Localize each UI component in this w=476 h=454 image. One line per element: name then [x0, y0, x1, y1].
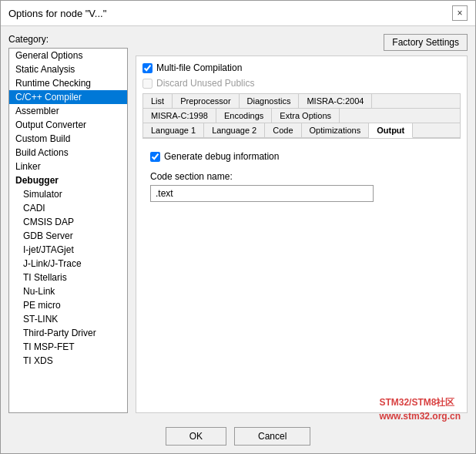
category-item-cadi[interactable]: CADI	[9, 201, 127, 215]
category-item-static-analysis[interactable]: Static Analysis	[9, 62, 127, 76]
tab-misra-c-2004[interactable]: MISRA-C:2004	[299, 94, 372, 108]
tab-language-1[interactable]: Language 1	[143, 123, 204, 137]
category-item-build-actions[interactable]: Build Actions	[9, 146, 127, 160]
category-item-cmsis-dap[interactable]: CMSIS DAP	[9, 215, 127, 229]
tab-extra-options[interactable]: Extra Options	[272, 109, 340, 123]
tab-optimizations[interactable]: Optimizations	[302, 123, 370, 137]
tab-misra-c-1998[interactable]: MISRA-C:1998	[143, 109, 216, 123]
generate-debug-row: Generate debug information	[150, 151, 453, 162]
right-panel: Factory Settings Multi-file Compilation …	[136, 34, 468, 413]
category-item-simulator[interactable]: Simulator	[9, 187, 127, 201]
options-area: Multi-file Compilation Discard Unused Pu…	[136, 55, 468, 413]
category-panel: Category: General OptionsStatic Analysis…	[8, 34, 128, 413]
dialog-footer: OK Cancel	[1, 421, 475, 453]
category-item-output-converter[interactable]: Output Converter	[9, 118, 127, 132]
tab-code[interactable]: Code	[265, 123, 301, 137]
tab-encodings[interactable]: Encodings	[216, 109, 272, 123]
tab-diagnostics[interactable]: Diagnostics	[240, 94, 300, 108]
category-item-general-options[interactable]: General Options	[9, 49, 127, 62]
discard-unused-publics-checkbox[interactable]	[142, 79, 153, 89]
tabs-row-3: Language 1Language 2CodeOptimizationsOut…	[143, 123, 460, 138]
category-item-pe-micro[interactable]: PE micro	[9, 298, 127, 312]
category-item-runtime-checking[interactable]: Runtime Checking	[9, 76, 127, 90]
category-list: General OptionsStatic AnalysisRuntime Ch…	[8, 48, 128, 413]
tab-list[interactable]: List	[143, 94, 173, 108]
discard-unused-publics-label: Discard Unused Publics	[156, 78, 254, 89]
title-bar: Options for node "V..." ×	[1, 1, 475, 26]
factory-btn-row: Factory Settings	[136, 34, 468, 51]
tabs-row-1: ListPreprocessorDiagnosticsMISRA-C:2004	[143, 94, 460, 109]
factory-settings-button[interactable]: Factory Settings	[384, 34, 468, 51]
category-item-ti-stellaris[interactable]: TI Stellaris	[9, 271, 127, 284]
category-item-ti-xds[interactable]: TI XDS	[9, 354, 127, 368]
generate-debug-checkbox[interactable]	[150, 152, 160, 162]
generate-debug-label: Generate debug information	[164, 151, 279, 162]
category-item-assembler[interactable]: Assembler	[9, 104, 127, 118]
discard-unused-publics-row: Discard Unused Publics	[142, 78, 461, 89]
category-item-nu-link[interactable]: Nu-Link	[9, 284, 127, 298]
category-item-ti-msp-fet[interactable]: TI MSP-FET	[9, 340, 127, 354]
tab-output[interactable]: Output	[369, 123, 413, 138]
tabs-container: ListPreprocessorDiagnosticsMISRA-C:2004 …	[142, 93, 461, 139]
multi-file-compilation-row: Multi-file Compilation	[142, 62, 461, 73]
tabs-row-2: MISRA-C:1998EncodingsExtra Options	[143, 109, 460, 123]
category-item-c-cpp-compiler[interactable]: C/C++ Compiler	[9, 90, 127, 104]
tab-preprocessor[interactable]: Preprocessor	[173, 94, 239, 108]
multi-file-compilation-checkbox[interactable]	[142, 63, 153, 73]
category-item-j-link-j-trace[interactable]: J-Link/J-Trace	[9, 257, 127, 271]
close-button[interactable]: ×	[452, 5, 468, 21]
category-item-linker[interactable]: Linker	[9, 160, 127, 173]
category-label: Category:	[8, 34, 128, 45]
tab-language-2[interactable]: Language 2	[204, 123, 265, 137]
code-section-name-input[interactable]	[150, 185, 374, 202]
category-item-gdb-server[interactable]: GDB Server	[9, 229, 127, 243]
code-section-name-label: Code section name:	[150, 171, 453, 182]
category-item-debugger[interactable]: Debugger	[9, 173, 127, 187]
ok-button[interactable]: OK	[166, 427, 226, 446]
multi-file-compilation-label: Multi-file Compilation	[156, 62, 242, 73]
category-item-custom-build[interactable]: Custom Build	[9, 132, 127, 146]
dialog-title: Options for node "V..."	[8, 8, 106, 19]
category-item-st-link[interactable]: ST-LINK	[9, 312, 127, 326]
category-item-i-jet-jtagjet[interactable]: I-jet/JTAGjet	[9, 243, 127, 257]
tab-content: Generate debug information Code section …	[142, 143, 461, 406]
cancel-button[interactable]: Cancel	[234, 427, 310, 446]
category-item-third-party-driver[interactable]: Third-Party Driver	[9, 326, 127, 340]
